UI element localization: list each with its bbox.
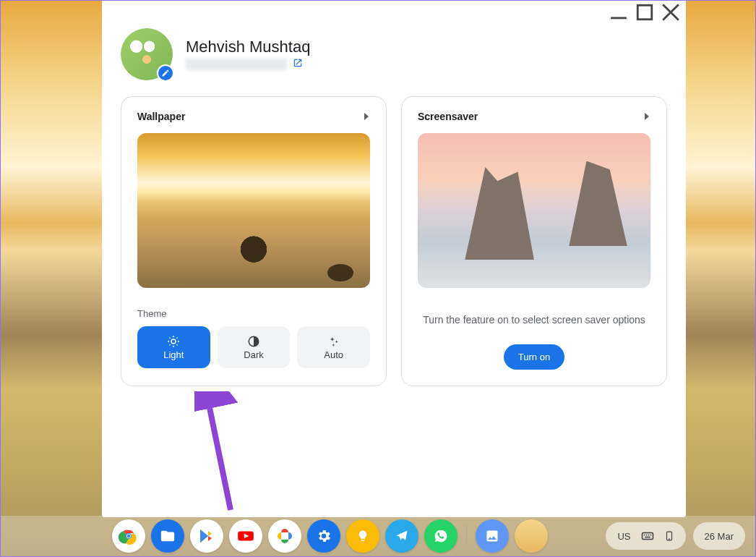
svg-rect-1	[637, 5, 652, 20]
date-indicator[interactable]: 26 Mar	[705, 531, 734, 542]
screensaver-title: Screensaver	[418, 111, 478, 122]
user-email	[186, 59, 287, 70]
keep-icon[interactable]	[346, 519, 379, 553]
svg-rect-0	[611, 17, 627, 20]
telegram-icon[interactable]	[385, 519, 418, 553]
wallpaper-header[interactable]: Wallpaper	[137, 110, 370, 123]
gallery-icon[interactable]	[476, 519, 509, 553]
theme-light-label: Light	[163, 349, 184, 360]
svg-rect-13	[650, 535, 651, 536]
files-icon[interactable]	[151, 519, 184, 553]
phone-hub-icon[interactable]	[664, 530, 674, 543]
pencil-icon	[161, 69, 170, 77]
sparkle-icon	[327, 335, 340, 348]
theme-dark-label: Dark	[244, 349, 263, 360]
svg-rect-10	[643, 535, 645, 536]
maximize-button[interactable]	[635, 3, 654, 22]
ime-indicator[interactable]: US	[617, 531, 630, 542]
theme-selector: Light Dark Auto	[137, 326, 370, 368]
shelf-apps	[112, 519, 548, 553]
minimize-button[interactable]	[609, 3, 628, 22]
shelf: US 26 Mar	[1, 516, 755, 556]
svg-rect-12	[648, 535, 649, 536]
screensaver-preview	[418, 133, 650, 288]
wallpaper-title: Wallpaper	[137, 111, 185, 122]
user-name: Mehvish Mushtaq	[186, 38, 310, 56]
open-account-link[interactable]	[293, 58, 303, 71]
profile-texts: Mehvish Mushtaq	[186, 38, 310, 71]
photos-icon[interactable]	[268, 519, 301, 553]
theme-auto-button[interactable]: Auto	[297, 326, 370, 368]
play-store-icon[interactable]	[190, 519, 223, 553]
theme-label: Theme	[137, 308, 370, 319]
profile-header: Mehvish Mushtaq	[102, 24, 686, 89]
close-button[interactable]	[661, 3, 680, 22]
brightness-icon	[167, 335, 180, 348]
edit-avatar-button[interactable]	[157, 64, 174, 82]
chrome-icon[interactable]	[112, 519, 145, 553]
keyboard-icon[interactable]	[641, 530, 654, 543]
svg-rect-14	[645, 537, 650, 538]
svg-rect-9	[642, 533, 653, 540]
theme-light-button[interactable]: Light	[137, 326, 210, 368]
wallpaper-app-icon[interactable]	[515, 519, 548, 553]
svg-rect-11	[645, 535, 647, 536]
avatar-wrap	[121, 28, 173, 80]
chevron-right-icon	[363, 110, 370, 123]
chevron-right-icon	[643, 110, 650, 123]
shelf-divider	[466, 525, 467, 547]
half-moon-icon	[247, 335, 260, 348]
settings-icon[interactable]	[307, 519, 340, 553]
personalization-window: Mehvish Mushtaq Wallpaper Theme	[102, 1, 686, 517]
status-area[interactable]: US 26 Mar	[606, 522, 745, 550]
cards-row: Wallpaper Theme Light Dark Auto	[102, 89, 686, 394]
theme-dark-button[interactable]: Dark	[218, 326, 291, 368]
turn-on-button[interactable]: Turn on	[504, 344, 564, 370]
whatsapp-icon[interactable]	[424, 519, 458, 553]
theme-auto-label: Auto	[324, 349, 343, 360]
screensaver-description: Turn the feature on to select screen sav…	[418, 314, 650, 326]
svg-point-7	[127, 535, 131, 538]
screensaver-header[interactable]: Screensaver	[418, 110, 650, 123]
open-in-new-icon	[293, 58, 303, 68]
wallpaper-preview[interactable]	[137, 133, 370, 288]
wallpaper-card: Wallpaper Theme Light Dark Auto	[121, 96, 387, 386]
screensaver-card: Screensaver Turn the feature on to selec…	[401, 96, 667, 386]
titlebar	[102, 1, 686, 24]
youtube-icon[interactable]	[229, 519, 262, 553]
